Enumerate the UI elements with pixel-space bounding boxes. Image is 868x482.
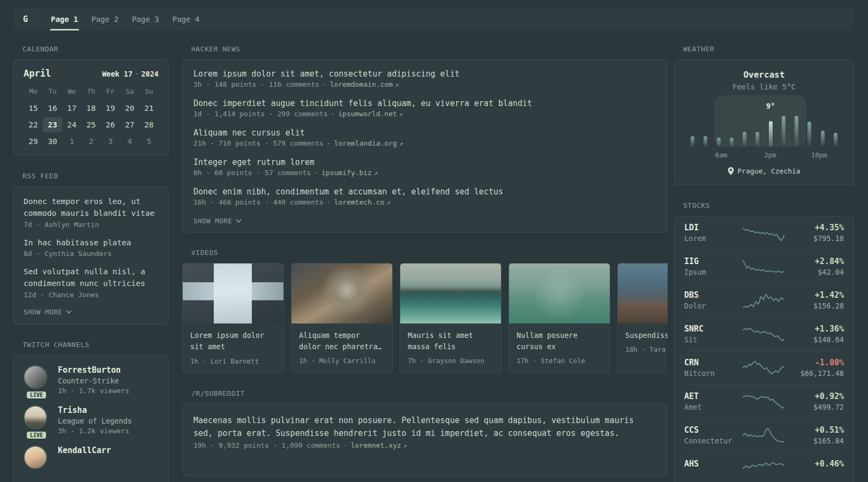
hacker-news-item-domain-link[interactable]: loremdomain.com ↗: [330, 80, 399, 88]
weather-bar: [755, 132, 759, 147]
hacker-news-item-title[interactable]: Aliquam nec cursus elit: [193, 128, 656, 138]
rss-item-meta: 12d · Chance Jones: [24, 291, 159, 299]
subreddit-post-title[interactable]: Maecenas mollis pulvinar erat non posuer…: [193, 414, 656, 440]
stock-change-percent: +0.46%: [790, 459, 844, 469]
video-meta: 17h · Stefan Cole: [517, 357, 602, 365]
stock-name: Consectetur: [684, 436, 737, 446]
calendar-year: 2024: [141, 70, 159, 78]
stock-row: DBS Dolor +1.42% $156.28: [683, 283, 845, 317]
hacker-news-item-title[interactable]: Donec enim nibh, condimentum et accumsan…: [193, 187, 656, 197]
calendar-day: 19: [101, 101, 120, 116]
dot-separator: ·: [343, 441, 348, 449]
stock-identity: AHS: [684, 459, 737, 479]
hacker-news-item-domain-link[interactable]: loremlandia.org ↗: [334, 139, 403, 147]
weather-bar: [730, 138, 734, 147]
stock-ticker[interactable]: IIG: [684, 257, 737, 266]
video-title[interactable]: Aliquam tempor dolor nec pharetra…: [299, 330, 385, 352]
twitch-channel-meta: 3h · 1.2k viewers: [58, 427, 132, 435]
rss-item-title[interactable]: Sed volutpat nulla nisl, a condimentum n…: [24, 266, 159, 290]
stock-sparkline: [743, 225, 784, 241]
stock-sparkline-box: [737, 394, 790, 410]
stock-ticker[interactable]: AHS: [684, 459, 737, 469]
video-thumbnail[interactable]: [509, 263, 610, 323]
stock-ticker[interactable]: SNRC: [684, 324, 737, 334]
stock-identity: IIG Ipsum: [684, 257, 737, 277]
video-thumbnail[interactable]: [618, 263, 668, 323]
video-card: Suspendisse diam 18h · Tara: [617, 263, 668, 373]
stocks-card: LDI Lorem +4.35% $795.18: [674, 216, 854, 482]
calendar-day-header: Fr: [101, 87, 120, 95]
stock-price: $499.72: [790, 403, 844, 412]
stock-ticker[interactable]: AET: [684, 391, 737, 401]
video-thumbnail[interactable]: [400, 263, 501, 323]
hacker-news-item-title[interactable]: Integer eget rutrum lorem: [193, 157, 656, 167]
video-meta: 1h · Lori Barnett: [190, 357, 276, 365]
avatar[interactable]: [24, 446, 47, 469]
calendar-month: April: [24, 68, 51, 79]
calendar-day: 5: [139, 134, 159, 149]
rss-item-title[interactable]: Donec tempor eros leo, ut commodo mauris…: [24, 196, 159, 220]
stock-sparkline-box: [737, 326, 790, 342]
video-title[interactable]: Lorem ipsum dolor sit amet consectetu…: [190, 330, 276, 353]
page-tab[interactable]: Page 1: [51, 7, 78, 31]
twitch-avatar-wrap: LIVE: [24, 405, 49, 435]
location-pin-icon: [728, 167, 734, 175]
rss-item-title[interactable]: In hac habitasse platea: [24, 237, 159, 249]
calendar-widget: CALENDAR April Week 17·2024 MoTuWeThFrSa…: [13, 45, 169, 156]
page-tab[interactable]: Page 2: [92, 7, 119, 31]
twitch-widget: TWITCH CHANNELS LIVE ForrestBurton Count…: [13, 341, 169, 482]
stock-identity: SNRC Sit: [684, 324, 737, 344]
rss-item-meta: 7d · Ashlyn Martin: [24, 221, 159, 229]
twitch-channel-name[interactable]: ForrestBurton: [58, 365, 129, 375]
weather-bar: [704, 136, 707, 147]
hacker-news-item-domain-link[interactable]: ipsumworld.net ↗: [338, 110, 403, 118]
video-title[interactable]: Nullam posuere cursus ex: [517, 330, 602, 352]
video-thumbnail[interactable]: [183, 263, 283, 323]
twitch-channel-name[interactable]: KendallCarr: [58, 446, 111, 455]
stock-sparkline-box: [737, 360, 790, 376]
right-column: WEATHER Overcast Feels like 5°C: [674, 45, 854, 482]
domain-label: loremdomain.com: [330, 80, 393, 88]
avatar[interactable]: [24, 405, 47, 429]
subreddit-post-domain-link[interactable]: loremnet.xyz ↗: [351, 441, 407, 449]
subreddit-post-meta: 19h · 9,932 points · 1,090 comments · lo…: [193, 441, 656, 449]
stock-values: +2.84% $42.04: [790, 257, 844, 277]
hacker-news-item-title[interactable]: Donec imperdiet augue tincidunt felis al…: [193, 99, 656, 108]
weather-widget-title: WEATHER: [683, 45, 854, 53]
stock-identity: LDI Lorem: [684, 223, 737, 243]
twitch-channel-game[interactable]: League of Legends: [58, 417, 132, 425]
video-title[interactable]: Suspendisse diam: [625, 330, 668, 341]
twitch-channel-meta: 1h · 1.7k viewers: [58, 387, 129, 395]
rss-show-more-button[interactable]: SHOW MORE: [24, 308, 72, 316]
stock-ticker[interactable]: LDI: [684, 223, 737, 232]
hacker-news-item-title[interactable]: Lorem ipsum dolor sit amet, consectetur …: [193, 69, 656, 79]
twitch-channel-name[interactable]: Trisha: [58, 405, 132, 415]
glance-logo[interactable]: G: [13, 7, 38, 31]
stock-ticker[interactable]: CRN: [684, 358, 737, 367]
calendar-day: 3: [101, 134, 120, 149]
avatar[interactable]: [24, 365, 47, 389]
hacker-news-item: Integer eget rutrum lorem 6h · 60 points…: [193, 157, 656, 177]
stock-name: Sit: [684, 335, 737, 344]
page-tab[interactable]: Page 4: [173, 7, 200, 31]
twitch-channel-row: LIVE Trisha League of Legends 3h · 1.2k …: [24, 405, 159, 435]
hacker-news-show-more-button[interactable]: SHOW MORE: [193, 217, 242, 225]
video-title[interactable]: Mauris sit amet massa felis: [408, 330, 493, 352]
weather-bar-slot: 9°: [769, 115, 773, 147]
stock-row: CRN Bitcorn -1.00% $66,171.48: [683, 351, 845, 385]
twitch-channel-game[interactable]: Counter-Strike: [58, 376, 129, 385]
stock-price: $795.18: [790, 234, 844, 243]
hacker-news-item-stats: 6h · 60 points · 57 comments: [193, 169, 311, 177]
stock-ticker[interactable]: CCS: [684, 425, 737, 435]
hacker-news-item-domain-link[interactable]: ipsumify.biz ↗: [321, 169, 378, 177]
rss-widget-title: RSS FEED: [23, 172, 169, 180]
center-column: HACKER NEWS Lorem ipsum dolor sit amet, …: [182, 45, 668, 482]
rss-item: Sed volutpat nulla nisl, a condimentum n…: [24, 266, 159, 299]
stock-change-percent: +1.42%: [790, 290, 844, 300]
hacker-news-item-domain-link[interactable]: loremtech.co ↗: [334, 198, 390, 206]
hacker-news-widget-title: HACKER NEWS: [191, 45, 668, 53]
stock-ticker[interactable]: DBS: [684, 290, 737, 300]
calendar-card: April Week 17·2024 MoTuWeThFrSaSu 151617…: [13, 59, 169, 156]
video-thumbnail[interactable]: [291, 263, 392, 323]
page-tab[interactable]: Page 3: [132, 7, 159, 31]
